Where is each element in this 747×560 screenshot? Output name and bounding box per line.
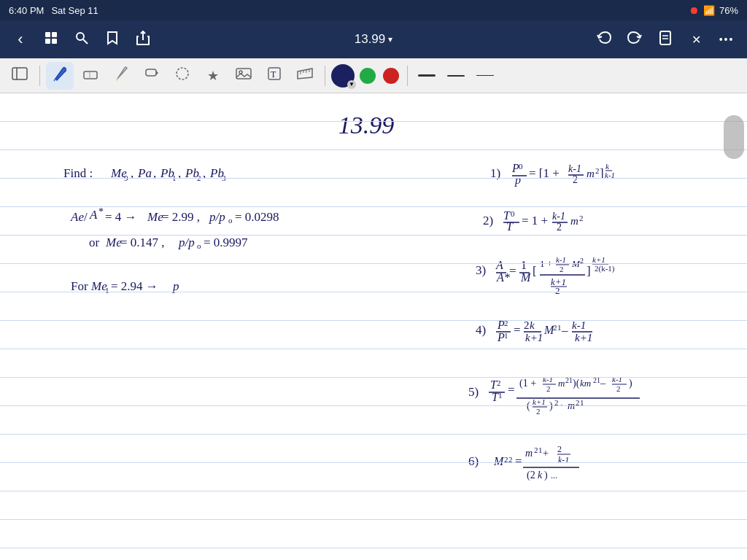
- scrollbar-thumb[interactable]: [724, 115, 744, 159]
- svg-text:M: M: [520, 271, 532, 284]
- svg-text:+: +: [543, 448, 549, 459]
- svg-text:T: T: [506, 220, 514, 233]
- svg-text:k-1: k-1: [612, 375, 622, 384]
- svg-text:,: ,: [203, 166, 206, 180]
- date-display: Sat Sep 11: [51, 5, 689, 16]
- ruler-tool-button[interactable]: [291, 62, 319, 90]
- back-button[interactable]: ‹: [7, 26, 34, 52]
- svg-text:(: (: [527, 400, 530, 412]
- svg-text:m: m: [558, 378, 565, 389]
- svg-text:): ): [629, 378, 632, 389]
- medium-line-button[interactable]: [443, 72, 469, 79]
- svg-rect-3: [52, 39, 57, 44]
- svg-text:2: 2: [504, 455, 508, 464]
- svg-text:k: k: [530, 319, 535, 331]
- svg-text:2: 2: [553, 323, 557, 332]
- svg-text:2: 2: [536, 407, 541, 416]
- pencil-tool-button[interactable]: [107, 62, 135, 90]
- svg-text:k-1: k-1: [605, 171, 615, 179]
- svg-text:2: 2: [580, 257, 584, 265]
- text-tool-button[interactable]: T: [260, 62, 288, 90]
- svg-text:k+1: k+1: [525, 332, 543, 343]
- ruler-icon: [296, 67, 314, 84]
- star-icon: ★: [207, 68, 219, 84]
- svg-text:For: For: [71, 279, 88, 293]
- svg-rect-7: [660, 31, 670, 44]
- svg-text:1: 1: [498, 391, 503, 400]
- svg-text:k-1: k-1: [552, 211, 565, 222]
- svg-text:2: 2: [573, 174, 578, 185]
- svg-text:m: m: [587, 168, 595, 179]
- wifi-icon: 📶: [703, 5, 715, 16]
- thick-line-button[interactable]: [414, 71, 440, 79]
- recording-icon: ⏺: [689, 4, 699, 16]
- svg-text:4): 4): [476, 323, 486, 337]
- svg-text:13.99: 13.99: [338, 112, 395, 139]
- search-icon: [74, 31, 89, 49]
- close-button[interactable]: ✕: [683, 26, 709, 52]
- svg-text:A: A: [89, 208, 98, 222]
- redo-icon: [627, 31, 642, 48]
- thin-line-button[interactable]: [472, 72, 498, 79]
- star-tool-button[interactable]: ★: [199, 62, 227, 90]
- search-button[interactable]: [69, 26, 95, 52]
- apps-button[interactable]: [38, 26, 64, 52]
- marker-tool-button[interactable]: [138, 62, 166, 90]
- pen-tool-button[interactable]: [46, 62, 74, 90]
- svg-line-5: [83, 39, 88, 44]
- svg-text:2: 2: [557, 444, 562, 454]
- svg-text:1: 1: [105, 286, 109, 295]
- more-button[interactable]: •••: [713, 26, 740, 52]
- svg-text:2: 2: [554, 398, 559, 407]
- close-icon: ✕: [692, 33, 701, 47]
- svg-text:(1 +: (1 +: [519, 378, 536, 389]
- separator-1: [39, 66, 40, 86]
- page-button[interactable]: [652, 26, 678, 52]
- svg-rect-19: [236, 69, 251, 79]
- svg-text:A*: A*: [496, 271, 510, 284]
- svg-text:2: 2: [579, 214, 584, 222]
- redo-button[interactable]: [622, 26, 648, 52]
- pencil-icon: [114, 66, 128, 85]
- svg-marker-17: [156, 71, 158, 75]
- svg-text:o: o: [228, 216, 233, 225]
- image-icon: [236, 67, 252, 84]
- color-dropdown-button[interactable]: ▼: [331, 64, 355, 88]
- svg-text:Pa: Pa: [137, 166, 152, 180]
- svg-text:1: 1: [538, 446, 543, 454]
- toolbar-right: ✕ •••: [591, 26, 740, 52]
- sidebar-toggle-button[interactable]: [6, 62, 34, 90]
- svg-text:–: –: [600, 378, 606, 389]
- svg-text:1: 1: [557, 323, 562, 332]
- svg-text:9: 9: [124, 174, 128, 182]
- svg-text:1 +: 1 +: [540, 258, 552, 269]
- svg-text:2: 2: [555, 285, 560, 296]
- eraser-tool-button[interactable]: [77, 62, 104, 90]
- svg-text:[: [: [533, 264, 537, 278]
- svg-text:,: ,: [153, 166, 156, 180]
- svg-text:k-1: k-1: [568, 163, 581, 174]
- red-color-button[interactable]: [383, 68, 399, 84]
- svg-text:...: ...: [551, 470, 557, 481]
- bookmark-button[interactable]: [99, 26, 125, 52]
- apps-icon: [44, 31, 58, 49]
- green-color-button[interactable]: [360, 68, 376, 84]
- svg-text:M: M: [493, 455, 505, 467]
- math-content-svg: .hw { font-family: Georgia, serif; fill:…: [0, 93, 747, 560]
- svg-point-18: [177, 68, 188, 79]
- svg-text:2(k-1): 2(k-1): [595, 264, 615, 273]
- image-tool-button[interactable]: [230, 62, 258, 90]
- undo-button[interactable]: [591, 26, 617, 52]
- share-button[interactable]: [130, 26, 156, 52]
- lasso-tool-button[interactable]: [169, 62, 196, 90]
- notebook-title[interactable]: 13.99 ▾: [160, 32, 587, 47]
- title-chevron: ▾: [388, 34, 392, 44]
- svg-text:1: 1: [580, 398, 584, 407]
- svg-text:2: 2: [504, 319, 508, 327]
- svg-rect-13: [84, 71, 97, 79]
- svg-text:m: m: [525, 448, 533, 459]
- svg-text:2: 2: [557, 222, 562, 233]
- svg-text:= 0.9997: = 0.9997: [204, 236, 248, 249]
- svg-text:0: 0: [519, 162, 523, 171]
- svg-text:k+1: k+1: [575, 332, 592, 343]
